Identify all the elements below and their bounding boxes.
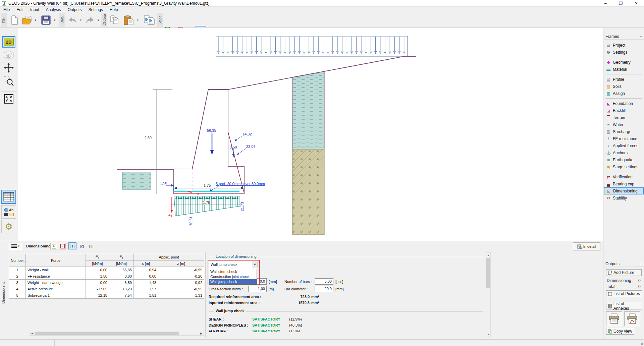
dimensioning-tab-1[interactable]: [1] [68, 242, 76, 249]
col-x-unit[interactable]: x [m] [134, 261, 158, 267]
menu-outputs[interactable]: Outputs [64, 7, 85, 12]
frames-item-material[interactable]: ▬Material [604, 66, 644, 73]
resize-grip[interactable] [639, 341, 643, 345]
fit-to-screen-button[interactable] [2, 94, 15, 104]
dimensioning-tab-2[interactable]: [2] [78, 242, 86, 249]
in-detail-button[interactable]: In detail [573, 242, 600, 250]
col-force[interactable]: Force [26, 254, 86, 267]
new-file-button[interactable] [9, 13, 20, 27]
scroll-thumb[interactable] [486, 258, 490, 288]
number-of-bars-input[interactable]: 5,00 [315, 278, 333, 285]
paste-dropdown-arrow[interactable]: ▾ [136, 13, 140, 27]
frames-item-verification[interactable]: ⇄Verification [604, 173, 644, 180]
frames-item-backfill[interactable]: ◢Backfill [604, 107, 644, 114]
frames-item-soils[interactable]: ▨Soils [604, 83, 644, 90]
dimensioning-tab-3[interactable]: [3] [87, 242, 95, 249]
add-picture-button[interactable]: + Add Picture [606, 269, 642, 276]
scroll-up-arrow[interactable]: ▲ [486, 253, 490, 257]
menu-input[interactable]: Input [27, 7, 43, 12]
drawing-settings-button[interactable]: Ab [1, 205, 16, 219]
list-of-annexes-button[interactable]: List of Annexes [606, 303, 642, 309]
view-2d-button[interactable]: 2D [2, 36, 15, 48]
visualization-settings-button[interactable]: ⚙ [1, 220, 16, 233]
undo-dropdown-arrow[interactable]: ▾ [79, 13, 83, 27]
pan-tool-button[interactable] [2, 62, 15, 73]
redo-button[interactable] [84, 13, 96, 27]
frames-item-water[interactable]: ≈Water [604, 121, 644, 128]
frames-item-settings[interactable]: ⚙Settings [604, 49, 644, 56]
zoom-tool-button[interactable] [2, 75, 15, 87]
maximize-button[interactable]: ❐ [613, 0, 629, 7]
col-fz[interactable]: Fz [109, 254, 134, 261]
menu-help[interactable]: Help [106, 7, 121, 12]
panel-v-scrollbar[interactable]: ▲ ▼ [486, 252, 491, 337]
copy-view-button[interactable]: Copy view [606, 328, 634, 335]
combo-option-construction-joint-check[interactable]: Construction joint check [209, 274, 257, 279]
combo-option-wall-stem-check[interactable]: Wall stem check [209, 269, 257, 274]
undo-button[interactable] [66, 13, 78, 27]
drawing-canvas[interactable]: 2,60 +x +z 1,75 1,75 56,35 14,32 22,06 3… [17, 28, 603, 241]
menu-analysis[interactable]: Analysis [43, 7, 64, 12]
frames-item-anchors[interactable]: ⚓Anchors [604, 149, 644, 156]
open-file-button[interactable] [21, 13, 34, 27]
frames-item-geometry[interactable]: ◆Geometry [604, 59, 644, 66]
frames-item-assign[interactable]: ▦Assign [604, 90, 644, 97]
frames-item-earthquake[interactable]: ∗Earthquake [604, 156, 644, 163]
force-row-3[interactable]: 3Weight - earth wedge0,003,591,48-0,92 [9, 280, 204, 286]
frames-item-bearing-cap[interactable]: ▄Bearing cap. [604, 180, 644, 187]
outputs-minimize-button[interactable]: – [640, 262, 642, 266]
dimensioning-icon: ◣ [606, 189, 611, 193]
force-row-2[interactable]: 2FF resistance1,580,000,00-0,20 [9, 273, 204, 280]
scroll-down-arrow[interactable]: ▼ [486, 332, 490, 336]
frames-item-terrain[interactable]: ▔Terrain [604, 114, 644, 121]
bar-diameter-input[interactable]: 20,0 [315, 286, 333, 292]
minimize-button[interactable]: – [598, 0, 613, 7]
col-fz-unit: [kN/m] [109, 261, 134, 267]
combo-option-wall-jump-check[interactable]: Wall jump check [209, 279, 257, 284]
print-picture-button[interactable] [624, 311, 640, 326]
compare-views-button[interactable] [142, 13, 157, 27]
save-button[interactable] [40, 13, 52, 27]
dimensioning-location-combobox[interactable]: Wall jump check ▼ [209, 261, 258, 268]
add-dimensioning-button[interactable]: + [50, 243, 57, 249]
col-z-unit[interactable]: z [m] [158, 261, 204, 267]
frames-item-foundation[interactable]: ◣Foundation [604, 100, 644, 107]
copy-button[interactable] [109, 13, 121, 27]
force-row-5[interactable]: 5Sobrecarga 1-12,187,541,51-1,31 [9, 292, 204, 299]
open-dropdown-arrow[interactable]: ▾ [34, 13, 38, 27]
frames-item-profile[interactable]: ▤Profile [604, 76, 644, 83]
paste-button[interactable] [122, 13, 136, 27]
frames-item-stability[interactable]: ↻Stability [604, 194, 644, 201]
view-3d-button[interactable]: 3D [2, 49, 15, 61]
redo-dropdown-arrow[interactable]: ▾ [96, 13, 100, 27]
frames-item-dimensioning[interactable]: ◣Dimensioning [604, 187, 644, 194]
frames-item-stage-settings[interactable]: ▣Stage settings [604, 163, 644, 170]
col-applic-point[interactable]: Applic. point [134, 254, 204, 261]
print-document-button[interactable] [606, 311, 622, 326]
remove-dimensioning-button[interactable]: − [59, 243, 66, 249]
scroll-thumb[interactable] [35, 332, 179, 335]
col-number[interactable]: Number▲ [9, 254, 26, 267]
frames-item-surcharge[interactable]: ▥Surcharge [604, 128, 644, 135]
frames-minimize-button[interactable]: – [640, 34, 642, 39]
frames-item-ff-resistance[interactable]: ⊥FF resistance [604, 135, 644, 142]
frames-item-applied-forces[interactable]: ↓Applied forces [604, 142, 644, 149]
menu-file[interactable]: File [0, 7, 13, 12]
close-button[interactable]: ✕ [629, 0, 644, 7]
scroll-left-arrow[interactable]: ◀ [30, 332, 34, 335]
col-fx[interactable]: Fx [86, 254, 109, 261]
menu-settings[interactable]: Settings [85, 7, 106, 12]
list-of-annexes-icon [608, 304, 612, 308]
list-of-pictures-button[interactable]: List of Pictures [606, 290, 642, 297]
tables-view-button[interactable] [1, 190, 16, 204]
table-menu-button[interactable]: ▾ [9, 242, 22, 250]
force-row-4[interactable]: 4Active pressure-17,6513,231,57-0,95 [9, 286, 204, 292]
save-dropdown-arrow[interactable]: ▾ [53, 13, 57, 27]
frames-item-project[interactable]: ▤Project [604, 42, 644, 49]
scroll-right-arrow[interactable]: ▶ [199, 332, 203, 335]
table-h-scrollbar[interactable]: ◀ ▶ [30, 331, 204, 336]
force-row-1[interactable]: 1Weight - wall0,0056,350,94-0,99 [9, 267, 204, 273]
cell: 1,57 [134, 286, 158, 292]
menu-edit[interactable]: Edit [13, 7, 27, 12]
cross-section-width-input[interactable]: 1,00 [248, 286, 267, 292]
